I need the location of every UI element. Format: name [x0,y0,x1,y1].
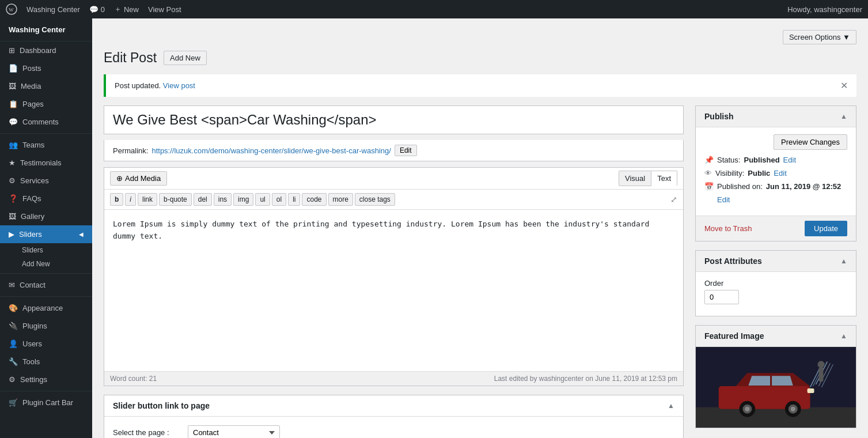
toolbar-ol-button[interactable]: ol [272,193,286,206]
sidebar-item-contact[interactable]: ✉ Contact [0,276,92,294]
publish-panel-header[interactable]: Publish ▲ [696,106,856,127]
toolbar-expand-icon[interactable]: ⤢ [670,195,677,204]
post-attributes-body: Order [696,272,856,316]
sidebar-item-label: Plugin Cart Bar [22,398,73,407]
sidebar-item-pages[interactable]: 📋 Pages [0,95,92,113]
permalink-edit-button[interactable]: Edit [395,145,417,156]
add-media-button[interactable]: ⊕ Add Media [110,171,167,186]
toolbar-ins-button[interactable]: ins [214,193,232,206]
slider-meta-title: Slider button link to page [113,401,210,410]
add-new-button[interactable]: Add New [164,51,207,65]
svg-rect-14 [808,388,814,393]
svg-point-21 [817,361,824,368]
editor-tabs-bar: ⊕ Add Media Visual Text [104,168,683,190]
sidebar-item-users[interactable]: 👤 Users [0,335,92,353]
word-count-bar: Word count: 21 Last edited by washingcen… [104,371,683,386]
sidebar-item-label: Media [21,82,41,90]
featured-image-thumb[interactable] [696,347,856,428]
sidebar-item-label: Plugins [22,322,47,330]
adminbar-site[interactable]: Washing Center [26,5,80,14]
notice-text: Post updated. View post [115,81,195,90]
tab-visual[interactable]: Visual [619,171,651,186]
toolbar-li-button[interactable]: li [288,193,300,206]
sidebar-item-plugins[interactable]: 🔌 Plugins [0,317,92,335]
sidebar-item-plugin-cart-bar[interactable]: 🛒 Plugin Cart Bar [0,394,92,411]
editor-area: Permalink: https://luzuk.com/demo/washin… [104,105,684,438]
toolbar-del-button[interactable]: del [194,193,212,206]
featured-image-header[interactable]: Featured Image ▲ [696,326,856,347]
adminbar-new[interactable]: ＋ New [114,4,139,14]
sidebar-item-comments[interactable]: 💬 Comments [0,113,92,131]
screen-options-bar: Screen Options ▼ [104,30,856,44]
select-page-label: Select the page : [113,428,182,437]
editor-content-area[interactable]: Lorem Ipsum is simply dummy text of the … [104,210,683,371]
admin-bar: W Washing Center 💬 0 ＋ New View Post How… [0,0,868,18]
sidebar-item-label: Tools [22,357,40,366]
sidebar-item-label: Settings [20,375,47,384]
select-page-dropdown[interactable]: Contact Home About Services [188,425,280,438]
published-on-edit-link[interactable]: Edit [717,195,730,204]
toolbar-code-button[interactable]: code [302,193,326,206]
slider-meta-box-header[interactable]: Slider button link to page ▲ [104,395,683,417]
preview-changes-row: Preview Changes [704,134,847,150]
sidebar-item-teams[interactable]: 👥 Teams [0,136,92,154]
sidebar-item-tools[interactable]: 🔧 Tools [0,353,92,371]
svg-marker-7 [772,376,793,386]
view-post-link[interactable]: View post [163,81,195,90]
publish-panel-title: Publish [704,112,734,121]
permalink-url[interactable]: https://luzuk.com/demo/washing-center/sl… [151,146,391,155]
status-edit-link[interactable]: Edit [783,156,796,164]
sidebar-item-appearance[interactable]: 🎨 Appearance [0,299,92,317]
visibility-value: Public [748,169,770,178]
faqs-icon: ❓ [9,194,18,203]
order-label: Order [704,279,847,288]
permalink-row: Permalink: https://luzuk.com/demo/washin… [104,140,684,161]
svg-point-13 [791,407,795,411]
sidebar-item-gallery[interactable]: 🖼 Gallery [0,207,92,225]
adminbar-view-post[interactable]: View Post [148,5,181,14]
wp-logo-icon[interactable]: W [6,3,17,15]
tab-text[interactable]: Text [651,171,677,186]
update-notice: Post updated. View post ✕ [104,74,856,97]
preview-changes-button[interactable]: Preview Changes [774,134,847,150]
visibility-edit-link[interactable]: Edit [774,169,786,178]
toolbar-close-tags-button[interactable]: close tags [355,193,395,206]
toolbar-img-button[interactable]: img [233,193,253,206]
comments-icon: 💬 [9,118,18,126]
toolbar-bold-button[interactable]: b [110,193,123,206]
featured-image-title: Featured Image [704,331,764,341]
toolbar-bquote-button[interactable]: b-quote [159,193,192,206]
notice-close-button[interactable]: ✕ [840,80,848,91]
sidebar-item-services[interactable]: ⚙ Services [0,172,92,190]
move-to-trash-link[interactable]: Move to Trash [704,224,752,233]
post-attributes-header[interactable]: Post Attributes ▲ [696,251,856,272]
sidebar-item-settings[interactable]: ⚙ Settings [0,371,92,388]
featured-image-panel: Featured Image ▲ [695,325,856,428]
sidebar-item-dashboard[interactable]: ⊞ Dashboard [0,41,92,59]
update-button[interactable]: Update [805,221,847,236]
toolbar-link-button[interactable]: link [138,193,157,206]
toolbar-ul-button[interactable]: ul [255,193,270,206]
sidebar-sub-add-new[interactable]: Add New [0,257,92,271]
sliders-collapse-arrow: ◀ [79,231,84,237]
tools-icon: 🔧 [9,357,18,366]
sidebar-item-testimonials[interactable]: ★ Testimonials [0,154,92,172]
sidebar-item-label: FAQs [22,194,41,203]
toolbar-italic-button[interactable]: i [125,193,136,206]
sidebar-item-faqs[interactable]: ❓ FAQs [0,190,92,207]
toolbar-more-button[interactable]: more [328,193,353,206]
adminbar-comments[interactable]: 💬 0 [89,5,105,14]
sidebar-item-label: Posts [22,64,41,73]
publish-panel: Publish ▲ Preview Changes 📌 Status: Publ… [695,105,856,241]
order-input[interactable] [704,290,739,304]
sidebar-sub-sliders[interactable]: Sliders [0,243,92,257]
sidebar-item-posts[interactable]: 📄 Posts [0,59,92,77]
sidebar-item-sliders[interactable]: ▶ Sliders ◀ [0,225,92,243]
plugins-icon: 🔌 [9,322,18,330]
screen-options-button[interactable]: Screen Options ▼ [783,30,856,44]
sidebar-site-name: Washing Center [0,18,92,41]
post-title-input[interactable] [104,105,684,134]
editor-box: ⊕ Add Media Visual Text b i link b-quote… [104,167,684,386]
teams-icon: 👥 [9,141,18,149]
sidebar-item-media[interactable]: 🖼 Media [0,77,92,95]
